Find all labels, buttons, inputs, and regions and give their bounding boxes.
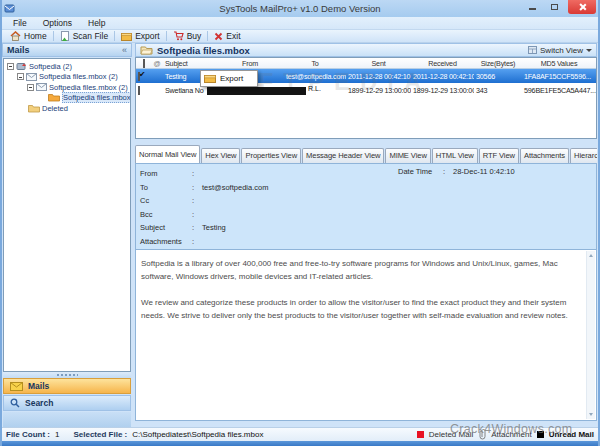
maximize-button[interactable] [546,0,562,13]
main-panel: Softpedia files.mbox Switch View SOFTPED… [135,43,598,427]
tab-mime-view[interactable]: MIME View [385,148,430,163]
toolbar: Home Scan File Export Buy Exit [2,30,598,43]
nav-search-button[interactable]: Search [3,395,131,411]
context-menu: Export [200,70,258,87]
toolbar-separator [114,31,115,41]
nav-mails-button[interactable]: Mails [3,378,131,394]
paperclip-icon [478,429,486,440]
toolbar-separator [53,31,54,41]
attachment-column-icon: @ [151,60,163,67]
chevron-down-icon [586,49,592,52]
sidebar-filler [3,412,131,427]
tab-message-header-view[interactable]: Message Header View [302,148,384,163]
selected-file-label: Selected File : [73,430,127,439]
folder-icon [28,104,40,113]
tab-html-view[interactable]: HTML View [432,148,478,163]
table-header-row: @ Subject From To Sent Received Size(Byt… [136,58,596,69]
menu-help[interactable]: Help [81,17,112,29]
file-count-value: 1 [55,430,59,439]
export-icon [121,31,132,41]
deleted-mail-color-icon [417,431,424,438]
unread-mail-label: Unread Mail [549,430,594,439]
menu-file[interactable]: File [6,17,34,29]
body-paragraph: Softpedia is a library of over 400,000 f… [141,257,580,283]
toolbar-separator [207,31,208,41]
exit-icon [214,32,223,41]
tab-normal-mail-view[interactable]: Normal Mail View [135,145,200,163]
buy-button[interactable]: Buy [168,30,207,42]
collapse-sidebar-button[interactable]: « [122,45,127,55]
export-icon [204,74,216,83]
tab-hierarchical-view[interactable]: Hierarchical View [570,148,597,163]
sidebar: Mails « Softpedia (2) Softpedia files.mb… [2,43,133,427]
tab-hex-view[interactable]: Hex View [201,148,240,163]
field-attachments: Attachments : [140,235,592,249]
select-all-checkbox[interactable] [143,59,145,68]
collapse-expander-icon[interactable] [17,73,24,80]
mailbox-header: Softpedia files.mbox Switch View [135,43,597,57]
body-scrollbar[interactable] [586,251,595,419]
view-tabs: Normal Mail View Hex View Properties Vie… [135,140,597,163]
row-checkbox-checked[interactable] [138,72,140,81]
status-legend: Deleted Mail Attachment Unread Mail [417,429,594,440]
switch-view-button[interactable]: Switch View [528,46,592,55]
close-icon [578,3,586,11]
tab-properties-view[interactable]: Properties View [241,148,301,163]
column-subject[interactable]: Subject [163,59,216,68]
minimize-button[interactable] [524,0,540,13]
status-bar: File Count : 1 Selected File : C:\Softpe… [0,427,600,441]
date-time-field: Date Time : 28-Dec-11 0:42:10 [398,167,515,176]
mail-folder-icon [26,73,37,81]
column-to[interactable]: To [284,59,346,68]
collapse-expander-icon[interactable] [7,63,14,70]
row-checkbox[interactable] [138,86,140,95]
field-subject: Subject : Testing [140,221,592,235]
open-folder-icon [140,45,153,55]
toolbar-separator [166,31,167,41]
attachment-label: Attachment [491,430,531,439]
menu-options[interactable]: Options [36,17,79,29]
tree-item-softpedia[interactable]: Softpedia (2) [4,61,130,72]
file-count-label: File Count : [6,430,50,439]
sidebar-title: Mails [7,45,30,55]
tab-attachments[interactable]: Attachments [520,148,569,163]
context-menu-export[interactable]: Export [220,74,243,83]
field-bcc: Bcc : [140,208,592,222]
exit-button[interactable]: Exit [209,30,245,42]
mailbox-title: Softpedia files.mbox [157,45,250,56]
tree-item-deleted[interactable]: Deleted [4,103,130,114]
tree-item-mbox-1[interactable]: Softpedia files.mbox (2) [4,72,130,83]
tree-item-mbox-2[interactable]: Softpedia files.mbox (2) [4,82,130,93]
tree-item-mbox-3-selected[interactable]: Softpedia files.mbox (2) [4,93,130,104]
column-received[interactable]: Received [411,59,474,68]
mail-detail-panel: Date Time : 28-Dec-11 0:42:10 From : To … [135,163,597,249]
close-button[interactable] [568,0,596,14]
window-bottom-edge [0,441,600,446]
sidebar-header: Mails « [2,43,132,57]
scroll-down-icon[interactable] [589,413,593,416]
column-size[interactable]: Size(Bytes) [474,59,522,68]
home-button[interactable]: Home [5,30,52,42]
switch-view-icon [528,46,537,54]
column-sent[interactable]: Sent [346,59,411,68]
scan-file-button[interactable]: Scan File [55,30,113,42]
export-button[interactable]: Export [116,30,165,42]
window-title: SysTools MailPro+ v1.0 Demo Version [0,3,600,14]
folder-icon [48,93,60,102]
folder-tree: Softpedia (2) Softpedia files.mbox (2) S… [3,58,131,372]
scroll-up-icon[interactable] [589,254,593,257]
app-window: SysTools MailPro+ v1.0 Demo Version File… [0,0,600,446]
body-paragraph: We review and categorize these products … [141,296,580,322]
menu-bar: File Options Help [2,17,598,30]
column-md5[interactable]: MD5 Values [522,59,596,68]
scan-file-icon [60,31,70,42]
column-from[interactable]: From [216,59,284,68]
collapse-expander-icon[interactable] [27,84,34,91]
tab-rtf-view[interactable]: RTF View [479,148,519,163]
field-from: From : [140,167,592,181]
search-icon [10,398,20,408]
mail-body: Softpedia is a library of over 400,000 f… [135,249,597,421]
mail-folder-icon [36,83,47,91]
selected-file-value: C:\Softpediatest\Softpedia files.mbox [132,430,263,439]
buy-cart-icon [173,31,184,41]
